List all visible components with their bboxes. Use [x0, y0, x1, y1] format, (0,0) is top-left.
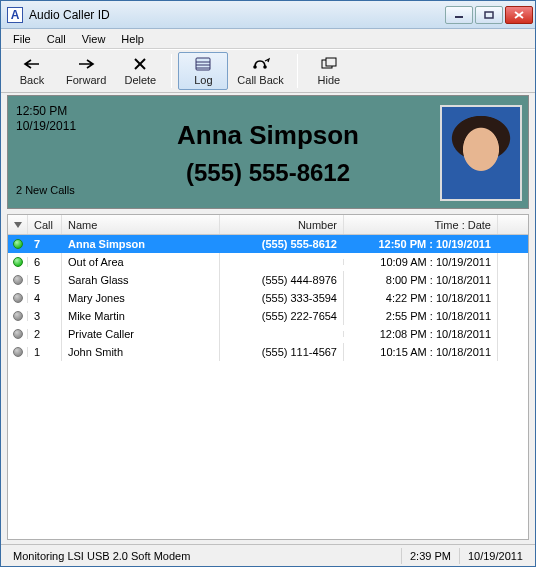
menu-file[interactable]: File — [5, 31, 39, 47]
row-number-cell: (555) 111-4567 — [220, 343, 344, 361]
row-number-cell — [220, 259, 344, 265]
table-row[interactable]: 3Mike Martin(555) 222-76542:55 PM : 10/1… — [8, 307, 528, 325]
callback-button[interactable]: Call Back — [230, 52, 290, 90]
current-time: 12:50 PM — [16, 104, 96, 119]
status-text: Monitoring LSI USB 2.0 Soft Modem — [5, 548, 401, 564]
back-label: Back — [20, 74, 44, 86]
forward-button[interactable]: Forward — [59, 52, 113, 90]
table-row[interactable]: 4Mary Jones(555) 333-35944:22 PM : 10/18… — [8, 289, 528, 307]
row-status-cell — [8, 293, 28, 303]
row-number-cell: (555) 444-8976 — [220, 271, 344, 289]
table-row[interactable]: 6Out of Area10:09 AM : 10/19/2011 — [8, 253, 528, 271]
row-time-cell: 12:08 PM : 10/18/2011 — [344, 325, 498, 343]
row-padding — [498, 349, 528, 355]
toolbar-separator — [171, 54, 172, 88]
arrow-left-icon — [23, 56, 41, 72]
row-number-cell: (555) 222-7654 — [220, 307, 344, 325]
menu-call[interactable]: Call — [39, 31, 74, 47]
row-name-cell: John Smith — [62, 343, 220, 361]
status-bar: Monitoring LSI USB 2.0 Soft Modem 2:39 P… — [1, 544, 535, 566]
minimize-button[interactable] — [445, 6, 473, 24]
row-call-cell: 2 — [28, 325, 62, 343]
callback-label: Call Back — [237, 74, 283, 86]
row-number-cell: (555) 555-8612 — [220, 235, 344, 253]
status-dot-icon — [13, 311, 23, 321]
delete-label: Delete — [124, 74, 156, 86]
row-number-cell — [220, 331, 344, 337]
number-column-header[interactable]: Number — [220, 215, 344, 234]
row-time-cell: 8:00 PM : 10/18/2011 — [344, 271, 498, 289]
status-dot-icon — [13, 293, 23, 303]
svg-rect-13 — [326, 58, 336, 66]
callback-icon — [252, 56, 270, 72]
call-log-table: Call Name Number Time : Date 7Anna Simps… — [7, 214, 529, 540]
status-dot-icon — [13, 329, 23, 339]
hide-icon — [321, 56, 337, 72]
row-name-cell: Mary Jones — [62, 289, 220, 307]
row-name-cell: Sarah Glass — [62, 271, 220, 289]
name-column-header[interactable]: Name — [62, 215, 220, 234]
row-padding — [498, 277, 528, 283]
hide-label: Hide — [318, 74, 341, 86]
svg-point-11 — [263, 65, 267, 69]
row-call-cell: 5 — [28, 271, 62, 289]
table-row[interactable]: 2Private Caller12:08 PM : 10/18/2011 — [8, 325, 528, 343]
row-time-cell: 12:50 PM : 10/19/2011 — [344, 235, 498, 253]
log-label: Log — [194, 74, 212, 86]
caller-photo — [440, 105, 522, 201]
window-title: Audio Caller ID — [29, 8, 445, 22]
back-button[interactable]: Back — [7, 52, 57, 90]
row-call-cell: 7 — [28, 235, 62, 253]
sort-column-header[interactable] — [8, 215, 28, 234]
caller-panel: 12:50 PM 10/19/2011 2 New Calls Anna Sim… — [7, 95, 529, 209]
hide-button[interactable]: Hide — [304, 52, 354, 90]
row-padding — [498, 313, 528, 319]
caller-number: (555) 555-8612 — [186, 159, 350, 187]
title-bar: A Audio Caller ID — [1, 1, 535, 29]
menu-help[interactable]: Help — [113, 31, 152, 47]
caller-panel-wrap: 12:50 PM 10/19/2011 2 New Calls Anna Sim… — [1, 93, 535, 212]
toolbar-separator — [297, 54, 298, 88]
close-button[interactable] — [505, 6, 533, 24]
row-name-cell: Out of Area — [62, 253, 220, 271]
status-dot-icon — [13, 239, 23, 249]
caller-meta: 12:50 PM 10/19/2011 2 New Calls — [16, 104, 96, 202]
row-number-cell: (555) 333-3594 — [220, 289, 344, 307]
toolbar: Back Forward Delete Log Call Back — [1, 49, 535, 93]
forward-label: Forward — [66, 74, 106, 86]
row-time-cell: 2:55 PM : 10/18/2011 — [344, 307, 498, 325]
current-date: 10/19/2011 — [16, 119, 96, 134]
row-padding — [498, 259, 528, 265]
row-status-cell — [8, 257, 28, 267]
delete-icon — [133, 56, 147, 72]
new-calls-count: 2 New Calls — [16, 184, 96, 198]
table-body: 7Anna Simpson(555) 555-861212:50 PM : 10… — [8, 235, 528, 539]
status-dot-icon — [13, 275, 23, 285]
header-padding — [498, 215, 528, 234]
maximize-button[interactable] — [475, 6, 503, 24]
row-padding — [498, 241, 528, 247]
row-padding — [498, 331, 528, 337]
caller-name: Anna Simpson — [177, 120, 359, 151]
table-row[interactable]: 5Sarah Glass(555) 444-89768:00 PM : 10/1… — [8, 271, 528, 289]
status-time: 2:39 PM — [401, 548, 459, 564]
row-status-cell — [8, 347, 28, 357]
menu-view[interactable]: View — [74, 31, 114, 47]
svg-point-10 — [253, 65, 257, 69]
app-window: A Audio Caller ID File Call View Help Ba… — [0, 0, 536, 567]
status-date: 10/19/2011 — [459, 548, 531, 564]
row-call-cell: 6 — [28, 253, 62, 271]
row-call-cell: 3 — [28, 307, 62, 325]
row-padding — [498, 295, 528, 301]
time-column-header[interactable]: Time : Date — [344, 215, 498, 234]
call-column-header[interactable]: Call — [28, 215, 62, 234]
row-name-cell: Private Caller — [62, 325, 220, 343]
row-status-cell — [8, 329, 28, 339]
table-row[interactable]: 1John Smith(555) 111-456710:15 AM : 10/1… — [8, 343, 528, 361]
table-row[interactable]: 7Anna Simpson(555) 555-861212:50 PM : 10… — [8, 235, 528, 253]
row-time-cell: 10:09 AM : 10/19/2011 — [344, 253, 498, 271]
delete-button[interactable]: Delete — [115, 52, 165, 90]
app-icon: A — [7, 7, 23, 23]
svg-rect-1 — [485, 12, 493, 18]
log-button[interactable]: Log — [178, 52, 228, 90]
